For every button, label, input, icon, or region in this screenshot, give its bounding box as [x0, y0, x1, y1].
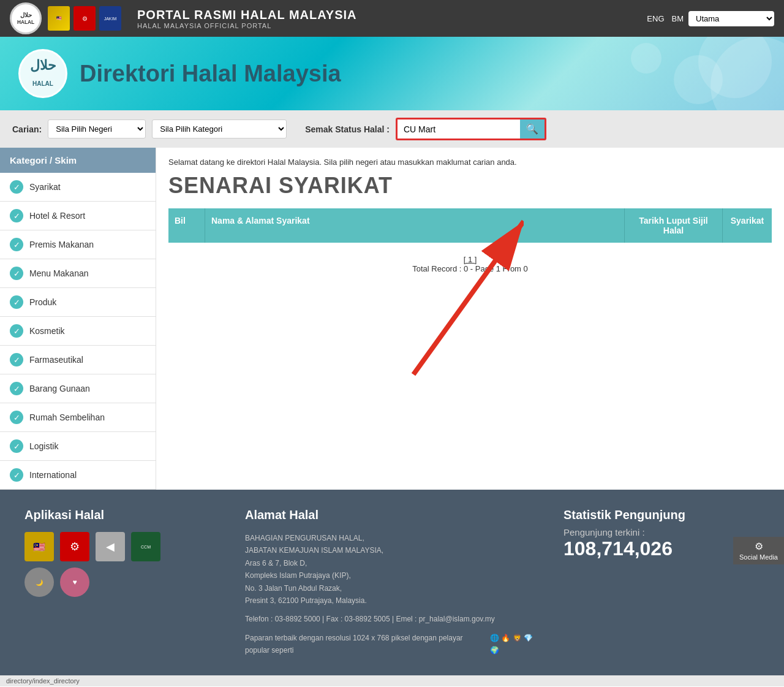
social-media-label: Social Media [739, 553, 778, 561]
addr-line-3: Aras 6 & 7, Blok D, [245, 557, 539, 569]
app-logo-6[interactable]: ♥ [60, 567, 89, 597]
check-icon-farmaseutikal: ✓ [10, 353, 23, 366]
portal-title: PORTAL RASMI HALAL MALAYSIA [137, 8, 647, 22]
app-logo-3[interactable]: ◀ [96, 532, 125, 561]
sidebar-item-kosmetik[interactable]: ✓ Kosmetik [0, 317, 156, 346]
col-syarikat: Syarikat [723, 208, 772, 243]
gear-icon: ⚙ [755, 541, 763, 552]
check-icon-kosmetik: ✓ [10, 324, 23, 338]
sidebar-label-syarikat: Syarikat [29, 182, 61, 192]
sidebar-header: Kategori / Skim [0, 148, 156, 173]
check-icon-produk: ✓ [10, 295, 23, 309]
welcome-text: Selamat datang ke direktori Halal Malays… [168, 158, 772, 167]
check-icon-premis: ✓ [10, 238, 23, 251]
footer: Aplikasi Halal 🇲🇾 ⚙ ◀ CCM 🌙 ♥ Alamat Hal… [0, 490, 784, 675]
col-tarikh: Tarikh Luput Sijil Halal [625, 208, 723, 243]
footer-col-statistik: Statistik Pengunjung Pengunjung terkini … [564, 508, 760, 657]
check-icon-logistik: ✓ [10, 439, 23, 453]
page-links: [ 1 ] [175, 255, 766, 264]
sidebar-label-produk: Produk [29, 297, 56, 307]
sidebar: Kategori / Skim ✓ Syarikat ✓ Hotel & Res… [0, 148, 156, 490]
sidebar-item-syarikat[interactable]: ✓ Syarikat [0, 173, 156, 202]
govt-logo-1: 🇲🇾 [48, 6, 70, 31]
sidebar-label-rumah: Rumah Sembelihan [29, 412, 105, 422]
search-bar: Carian: Sila Pilih Negeri Sila Pilih Kat… [0, 110, 784, 148]
top-navigation: حلالHALAL 🇲🇾 ⚙ JAKIM PORTAL RASMI HALAL … [0, 0, 784, 37]
govt-logo-2: ⚙ [74, 6, 96, 31]
sidebar-label-farmaseutikal: Farmaseutikal [29, 355, 83, 365]
sidebar-label-menu: Menu Makanan [29, 268, 89, 278]
sidebar-label-kosmetik: Kosmetik [29, 326, 65, 336]
header-banner: حلالHALAL Direktori Halal Malaysia [0, 37, 784, 110]
addr-line-1: BAHAGIAN PENGURUSAN HALAL, [245, 532, 539, 544]
footer-col-alamat: Alamat Halal BAHAGIAN PENGURUSAN HALAL, … [245, 508, 539, 657]
check-icon-international: ✓ [10, 468, 23, 482]
app-logo-2[interactable]: ⚙ [60, 532, 89, 561]
govt-logo-3: JAKIM [99, 6, 121, 31]
sidebar-item-rumah[interactable]: ✓ Rumah Sembelihan [0, 403, 156, 432]
alamat-title: Alamat Halal [245, 508, 539, 522]
lang-eng[interactable]: ENG [647, 14, 664, 23]
app-logo-4[interactable]: CCM [131, 532, 160, 561]
footer-contact: Telefon : 03-8892 5000 | Fax : 03-8892 5… [245, 613, 539, 625]
addr-line-6: Presint 3, 62100 Putrajaya, Malaysia. [245, 594, 539, 607]
sidebar-item-menu[interactable]: ✓ Menu Makanan [0, 259, 156, 288]
footer-bestview: Paparan terbaik dengan resolusi 1024 x 7… [245, 632, 539, 657]
social-media-button[interactable]: ⚙ Social Media [733, 537, 784, 564]
app-logos: 🇲🇾 ⚙ ◀ CCM [24, 532, 221, 561]
logo-area: حلالHALAL 🇲🇾 ⚙ JAKIM PORTAL RASMI HALAL … [10, 2, 647, 34]
page-link-1[interactable]: [ 1 ] [464, 255, 477, 264]
sidebar-item-premis[interactable]: ✓ Premis Makanan [0, 230, 156, 259]
sidebar-label-hotel: Hotel & Resort [29, 211, 85, 221]
visitor-label: Pengunjung terkini : [564, 527, 760, 537]
language-area: ENG BM Utama [647, 11, 774, 26]
sidebar-item-logistik[interactable]: ✓ Logistik [0, 432, 156, 461]
search-input[interactable] [398, 120, 520, 139]
app-logo-5[interactable]: 🌙 [24, 567, 54, 597]
app-logo-1[interactable]: 🇲🇾 [24, 532, 54, 561]
nav-dropdown[interactable]: Utama [688, 11, 774, 26]
check-icon-syarikat: ✓ [10, 180, 23, 194]
portal-subtitle: HALAL MALAYSIA OFFICIAL PORTAL [137, 22, 647, 29]
total-record: Total Record : 0 - Page 1 From 0 [175, 264, 766, 273]
visitor-count: 108,714,026 [564, 537, 760, 560]
app-logos-2: 🌙 ♥ [24, 567, 221, 597]
carian-label: Carian: [12, 124, 42, 134]
sidebar-item-produk[interactable]: ✓ Produk [0, 288, 156, 317]
browser-icons: 🌐 🔥 🦁 💎 🌍 [490, 632, 539, 657]
senarai-title: SENARAI SYARIKAT [168, 173, 772, 199]
search-button[interactable]: 🔍 [520, 120, 545, 139]
content-area: Selamat datang ke direktori Halal Malays… [156, 148, 784, 490]
main-content: Kategori / Skim ✓ Syarikat ✓ Hotel & Res… [0, 148, 784, 490]
sidebar-label-barang: Barang Gunaan [29, 384, 90, 393]
check-icon-menu: ✓ [10, 267, 23, 280]
check-icon-rumah: ✓ [10, 411, 23, 424]
sidebar-label-logistik: Logistik [29, 441, 58, 451]
banner-halal-logo: حلالHALAL [18, 49, 67, 98]
addr-line-4: Kompleks Islam Putrajaya (KIP), [245, 569, 539, 582]
addr-line-2: JABATAN KEMAJUAN ISLAM MALAYSIA, [245, 544, 539, 556]
statistik-title: Statistik Pengunjung [564, 508, 760, 522]
sidebar-item-farmaseutikal[interactable]: ✓ Farmaseutikal [0, 346, 156, 374]
sidebar-item-hotel[interactable]: ✓ Hotel & Resort [0, 202, 156, 230]
addr-line-5: No. 3 Jalan Tun Abdul Razak, [245, 582, 539, 594]
portal-title-area: PORTAL RASMI HALAL MALAYSIA HALAL MALAYS… [127, 8, 647, 29]
col-bil: Bil [168, 208, 205, 243]
banner-title: Direktori Halal Malaysia [80, 61, 341, 87]
negeri-select[interactable]: Sila Pilih Negeri [48, 120, 146, 139]
lang-bm[interactable]: BM [672, 14, 684, 23]
government-logos: 🇲🇾 ⚙ JAKIM [48, 6, 121, 31]
check-icon-hotel: ✓ [10, 209, 23, 222]
sidebar-label-international: International [29, 470, 77, 480]
sidebar-label-premis: Premis Makanan [29, 240, 94, 249]
sidebar-item-barang[interactable]: ✓ Barang Gunaan [0, 374, 156, 403]
sidebar-item-international[interactable]: ✓ International [0, 461, 156, 490]
semak-label: Semak Status Halal : [305, 124, 390, 134]
kategori-select[interactable]: Sila Pilih Kategori [152, 120, 287, 139]
status-bar: directory/index_directory [0, 675, 784, 686]
table-header: Bil Nama & Alamat Syarikat Tarikh Luput … [168, 208, 772, 243]
status-text: directory/index_directory [6, 677, 80, 685]
check-icon-barang: ✓ [10, 382, 23, 395]
search-input-wrap: 🔍 [396, 118, 546, 140]
footer-address: BAHAGIAN PENGURUSAN HALAL, JABATAN KEMAJ… [245, 532, 539, 607]
